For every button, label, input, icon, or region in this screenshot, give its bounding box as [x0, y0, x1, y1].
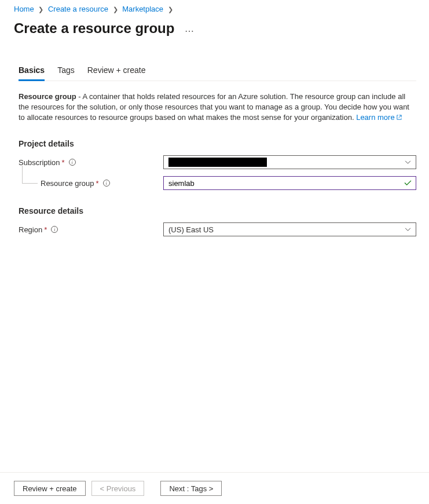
more-actions-button[interactable]: ⋯: [185, 25, 195, 36]
resource-group-label: Resource group * i: [41, 179, 163, 188]
subscription-select[interactable]: [163, 155, 416, 169]
tab-basics[interactable]: Basics: [19, 61, 45, 81]
page-header: Create a resource group ⋯: [0, 17, 429, 45]
next-button[interactable]: Next : Tags >: [160, 481, 222, 496]
info-icon[interactable]: i: [51, 226, 58, 233]
tabs: Basics Tags Review + create: [19, 61, 416, 81]
external-link-icon: [396, 114, 402, 120]
required-indicator: *: [96, 179, 99, 188]
breadcrumb: Home ❯ Create a resource ❯ Marketplace ❯: [0, 0, 429, 17]
region-label: Region * i: [19, 225, 163, 234]
resource-details-heading: Resource details: [19, 206, 416, 216]
chevron-right-icon: ❯: [168, 6, 173, 13]
page-title: Create a resource group: [14, 20, 174, 36]
chevron-down-icon: [405, 160, 411, 165]
footer-actions: Review + create < Previous Next : Tags >: [0, 472, 429, 504]
check-icon: [404, 180, 412, 186]
subscription-label: Subscription * i: [19, 158, 163, 167]
info-icon[interactable]: i: [103, 180, 110, 187]
description-text: Resource group - A container that holds …: [19, 92, 416, 123]
redacted-value: [168, 158, 267, 167]
chevron-right-icon: ❯: [38, 6, 43, 13]
required-indicator: *: [62, 158, 65, 167]
review-create-button[interactable]: Review + create: [14, 481, 86, 496]
breadcrumb-marketplace[interactable]: Marketplace: [122, 5, 163, 13]
tab-tags[interactable]: Tags: [57, 61, 75, 81]
breadcrumb-home[interactable]: Home: [14, 5, 34, 13]
breadcrumb-create-resource[interactable]: Create a resource: [48, 5, 108, 13]
chevron-right-icon: ❯: [113, 6, 118, 13]
tab-review-create[interactable]: Review + create: [87, 61, 146, 81]
resource-group-input[interactable]: [163, 176, 416, 190]
learn-more-link[interactable]: Learn more: [356, 113, 402, 122]
info-icon[interactable]: i: [69, 159, 76, 166]
project-details-heading: Project details: [19, 139, 416, 148]
previous-button: < Previous: [91, 481, 145, 496]
required-indicator: *: [44, 225, 47, 234]
chevron-down-icon: [405, 228, 411, 232]
region-select[interactable]: (US) East US: [163, 222, 416, 236]
